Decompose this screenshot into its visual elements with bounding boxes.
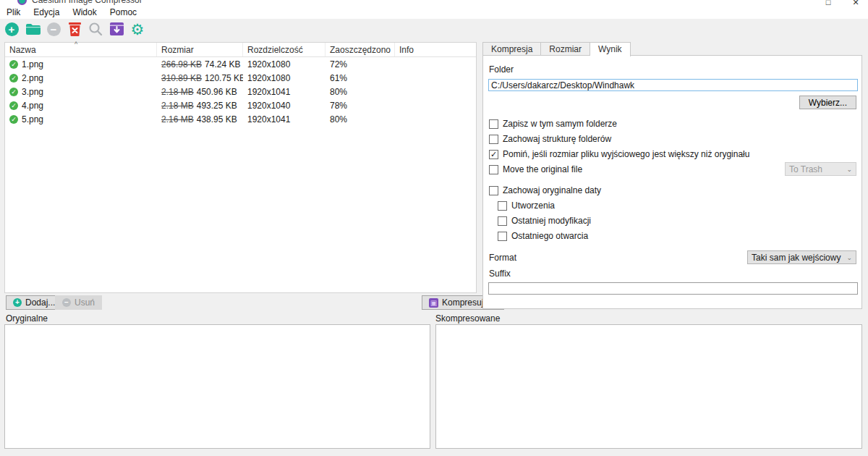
window-title: Caesium Image Compressor (32, 0, 142, 5)
checkbox-row-skip-larger[interactable]: Pomiń, jeśli rozmiar pliku wyjściowego j… (489, 147, 856, 161)
keep-structure-label: Zachowaj strukturę folderów (503, 134, 611, 144)
date-accessed-label: Ostatniego otwarcia (511, 231, 588, 241)
open-folder-button[interactable] (24, 20, 41, 38)
close-button[interactable]: ✕ (845, 0, 867, 6)
title-bar: Caesium Image Compressor □ ✕ (0, 0, 868, 6)
keep-dates-checkbox[interactable] (489, 186, 498, 195)
column-header-saved[interactable]: Zaoszczędzono (326, 43, 395, 56)
compressed-size: 120.75 KB (205, 73, 243, 83)
move-original-label: Move the original file (503, 164, 582, 174)
saved-percent: 61% (326, 73, 395, 83)
remove-icon: − (62, 298, 71, 307)
checkbox-row-move-original[interactable]: Move the original file To Trash ⌄ (489, 162, 856, 177)
preview-button[interactable] (87, 20, 104, 38)
menu-plik[interactable]: Plik (0, 6, 27, 19)
compressed-size: 450.96 KB (197, 87, 237, 97)
tab-wynik[interactable]: Wynik (590, 42, 631, 56)
column-header-resolution[interactable]: Rozdzielczość (243, 43, 326, 56)
choose-folder-button[interactable]: Wybierz... (799, 96, 856, 109)
compressed-size: 74.24 KB (205, 59, 240, 69)
toolbar: + − (0, 19, 868, 39)
success-check-icon: ✓ (9, 101, 18, 110)
table-row[interactable]: ✓ 4.png 2.18 MB493.25 KB 1920x1040 78% (5, 98, 476, 112)
original-preview-pane (4, 324, 430, 449)
checkbox-row-keep-structure[interactable]: Zachowaj strukturę folderów (489, 132, 856, 146)
app-window: Caesium Image Compressor □ ✕ Plik Edycja… (0, 0, 868, 456)
remove-icon: − (47, 22, 61, 36)
column-header-size[interactable]: Rozmiar (157, 43, 243, 56)
menu-pomoc[interactable]: Pomoc (103, 6, 143, 19)
move-to-dropdown: To Trash ⌄ (785, 162, 856, 176)
checkbox-row-date-modified[interactable]: Ostatniej modyfikacji (498, 214, 856, 228)
checkbox-row-keep-dates[interactable]: Zachowaj oryginalne daty (489, 183, 856, 198)
saved-percent: 72% (326, 59, 395, 69)
date-modified-checkbox[interactable] (498, 216, 507, 226)
checkbox-row-date-created[interactable]: Utworzenia (498, 198, 856, 213)
same-folder-checkbox[interactable] (489, 119, 498, 129)
column-header-name[interactable]: Nazwa (5, 43, 157, 56)
file-name: 4.png (22, 101, 43, 111)
success-check-icon: ✓ (9, 88, 18, 96)
keep-structure-checkbox[interactable] (489, 135, 498, 144)
table-row[interactable]: ✓ 3.png 2.18 MB450.96 KB 1920x1041 80% (5, 85, 476, 98)
compress-icon: ▣ (429, 298, 438, 308)
date-created-checkbox[interactable] (498, 201, 507, 211)
saved-percent: 80% (326, 87, 395, 97)
remove-button[interactable]: − Usuń (55, 295, 102, 310)
menu-widok[interactable]: Widok (66, 6, 103, 19)
file-name: 3.png (22, 87, 43, 97)
remove-button-label: Usuń (75, 297, 95, 308)
success-check-icon: ✓ (9, 60, 18, 69)
file-list-table[interactable]: ^ Nazwa Rozmiar Rozdzielczość Zaoszczędz… (4, 42, 477, 293)
clear-list-button[interactable] (66, 20, 83, 38)
suffix-input[interactable] (488, 282, 858, 295)
file-name: 1.png (22, 59, 43, 69)
compressed-preview-label: Skompresowane (435, 313, 500, 324)
menu-edycja[interactable]: Edycja (27, 6, 66, 19)
settings-tabs: Kompresja Rozmiar Wynik (482, 42, 631, 56)
keep-dates-label: Zachowaj oryginalne daty (503, 185, 601, 195)
sort-indicator-icon: ^ (75, 41, 77, 48)
maximize-button[interactable]: □ (817, 0, 839, 6)
add-button-label: Dodaj... (25, 297, 55, 308)
move-to-value: To Trash (789, 164, 822, 174)
tab-rozmiar[interactable]: Rozmiar (541, 42, 590, 56)
folder-icon (25, 23, 41, 35)
compress-icon (109, 22, 124, 36)
skip-larger-checkbox[interactable] (489, 150, 498, 159)
settings-button[interactable]: ⚙ (129, 20, 146, 38)
file-name: 5.png (22, 114, 43, 124)
add-button[interactable]: + Dodaj... (6, 295, 62, 310)
table-body: ✓ 1.png 266.98 KB74.24 KB 1920x1080 72% … (5, 57, 476, 126)
checkbox-row-date-accessed[interactable]: Ostatniego otwarcia (498, 229, 856, 243)
tab-kompresja[interactable]: Kompresja (482, 42, 541, 56)
column-header-info[interactable]: Info (395, 43, 476, 56)
compress-toolbar-button[interactable] (108, 20, 125, 38)
move-original-checkbox[interactable] (489, 165, 498, 174)
folder-path-input[interactable] (488, 79, 858, 91)
menu-bar: Plik Edycja Widok Pomoc (0, 6, 868, 19)
original-size: 2.18 MB (161, 101, 194, 111)
resolution: 1920x1040 (243, 101, 326, 111)
add-files-button[interactable]: + (3, 20, 20, 38)
saved-percent: 78% (326, 101, 395, 111)
format-dropdown[interactable]: Taki sam jak wejściowy ⌄ (747, 250, 856, 264)
compressed-preview-pane (435, 324, 862, 449)
resolution: 1920x1080 (243, 73, 326, 83)
table-row[interactable]: ✓ 1.png 266.98 KB74.24 KB 1920x1080 72% (5, 57, 476, 71)
resolution: 1920x1041 (243, 87, 326, 97)
table-row[interactable]: ✓ 5.png 2.16 MB438.95 KB 1920x1041 80% (5, 112, 476, 126)
table-row[interactable]: ✓ 2.png 310.89 KB120.75 KB 1920x1080 61% (5, 71, 476, 85)
success-check-icon: ✓ (9, 115, 18, 124)
skip-larger-label: Pomiń, jeśli rozmiar pliku wyjściowego j… (503, 149, 749, 159)
date-modified-label: Ostatniej modyfikacji (511, 216, 591, 226)
remove-file-button[interactable]: − (45, 20, 62, 38)
add-icon: + (5, 22, 19, 36)
date-accessed-checkbox[interactable] (498, 232, 507, 241)
resolution: 1920x1080 (243, 59, 326, 69)
original-size: 2.16 MB (161, 114, 194, 124)
original-size: 2.18 MB (161, 87, 194, 97)
saved-percent: 80% (326, 114, 395, 124)
checkbox-row-same-folder[interactable]: Zapisz w tym samym folderze (489, 117, 856, 131)
chevron-down-icon: ⌄ (846, 254, 852, 261)
